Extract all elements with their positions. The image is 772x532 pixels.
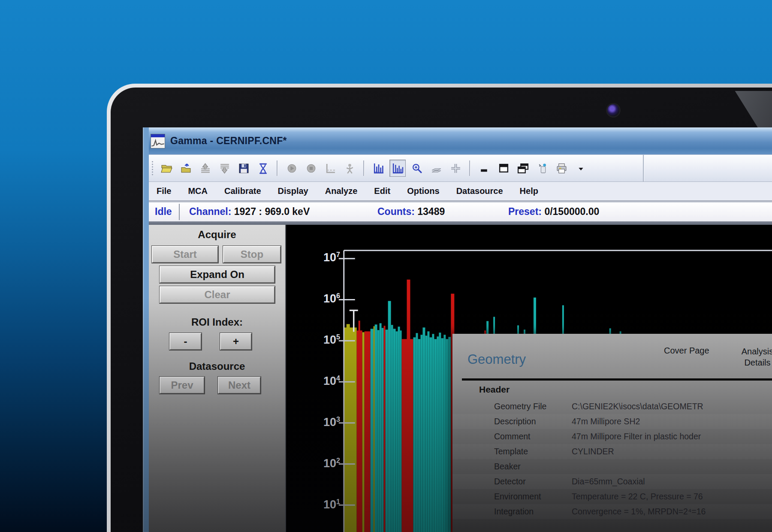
toolbar-grip[interactable]	[151, 160, 154, 176]
open-datasource-icon[interactable]	[178, 160, 194, 177]
start-button[interactable]: Start	[152, 246, 218, 263]
tab-analysis-details[interactable]: Analysis Details	[733, 346, 772, 368]
menu-item-options[interactable]: Options	[407, 186, 440, 196]
counts-value: 13489	[417, 206, 445, 217]
expand-on-button[interactable]: Expand On	[160, 266, 275, 283]
y-axis-label-10e7: 107	[303, 251, 340, 264]
spectrum-bar	[380, 323, 382, 532]
spectrum-bar	[359, 320, 360, 532]
menu-item-display[interactable]: Display	[278, 186, 308, 196]
photo-stage: Gamma - CERNIPF.CNF* FileMCACalibrateDis…	[0, 0, 772, 532]
geometry-row: TemplateCYLINDER	[452, 444, 772, 459]
menu-item-analyze[interactable]: Analyze	[325, 186, 358, 196]
window-title: Gamma - CERNIPF.CNF*	[170, 135, 287, 147]
menu-item-datasource[interactable]: Datasource	[456, 186, 503, 196]
menu-item-edit[interactable]: Edit	[374, 186, 390, 196]
clear-button[interactable]: Clear	[160, 286, 275, 303]
geometry-row-value: C:\GENIE2K\isocs\data\GEOMETR	[572, 402, 703, 411]
save-icon[interactable]	[235, 160, 252, 177]
spectrum-bar	[432, 334, 434, 532]
acquire-state: Idle	[155, 206, 172, 218]
geometry-rule	[462, 378, 772, 381]
spectrum-full-icon[interactable]	[370, 160, 386, 177]
spectrum-bar	[437, 336, 439, 532]
clear-data-icon[interactable]	[322, 160, 338, 177]
roi-buttons-row: - +	[149, 333, 285, 350]
spectrum-bar	[413, 337, 416, 532]
geometry-row: Geometry FileC:\GENIE2K\isocs\data\GEOME…	[452, 399, 772, 414]
tab-cover-page[interactable]: Cover Page	[664, 346, 709, 356]
spectrum-bar	[371, 329, 374, 532]
spectrum-bar	[422, 327, 425, 532]
menu-item-help[interactable]: Help	[520, 186, 538, 196]
geometry-row-label: Description	[494, 417, 572, 426]
move-up-icon[interactable]	[197, 160, 213, 177]
spectrum-bar	[400, 330, 402, 532]
datasource-buttons-row: Prev Next	[149, 377, 285, 394]
sample-changer-icon[interactable]	[534, 160, 550, 177]
toolbar-band-edge	[643, 155, 644, 181]
roi-plus-button[interactable]: +	[220, 333, 252, 350]
spectrum-bar	[439, 332, 441, 532]
toolbar-separator	[469, 160, 470, 176]
spectrum-bar	[416, 333, 418, 532]
geometry-report-window[interactable]: Geometry Cover Page Analysis Details Hea…	[452, 334, 772, 532]
spectrum-bar	[448, 337, 451, 532]
content-top-strip	[149, 221, 772, 225]
geometry-section-header: Header	[479, 384, 510, 395]
y-axis-label-10e1: 101	[303, 498, 340, 511]
spectrum-bar	[347, 324, 350, 532]
app-icon-titlebar	[151, 134, 165, 137]
start-acquire-icon[interactable]	[283, 160, 300, 177]
stop-acquire-icon[interactable]	[303, 160, 319, 177]
datasource-heading: Datasource	[149, 360, 285, 372]
spectrum-bar	[377, 330, 380, 532]
spectrum-bar	[418, 339, 420, 532]
roi-minus-button[interactable]: -	[169, 333, 202, 350]
geometry-row: IntegrationConvergence = 1%, MRPDN=2⁴=16	[452, 504, 772, 519]
geometry-row: EnvironmentTemperature = 22 C, Pressure …	[452, 489, 772, 504]
overlay-sheets-icon[interactable]	[428, 160, 444, 177]
title-bar[interactable]: Gamma - CERNIPF.CNF*	[149, 127, 772, 154]
acquire-heading: Acquire	[149, 229, 285, 241]
geometry-row: Comment47m Millipore Filter in plastic h…	[452, 429, 772, 444]
open-file-icon[interactable]	[158, 160, 175, 177]
spectrum-bar	[441, 338, 443, 532]
spectrum-expand-icon[interactable]	[389, 160, 406, 177]
channel-label: Channel:	[189, 206, 231, 217]
move-down-icon[interactable]	[216, 160, 232, 177]
strip-icon[interactable]	[341, 160, 358, 177]
channel-value: 1927 : 969.0 keV	[234, 206, 310, 217]
menu-item-file[interactable]: File	[157, 186, 171, 196]
prev-datasource-button[interactable]: Prev	[160, 377, 205, 394]
spectrum-bar	[443, 335, 446, 532]
more-tools-icon[interactable]	[573, 160, 589, 177]
print-icon[interactable]	[553, 160, 570, 177]
stop-button[interactable]: Stop	[223, 246, 281, 263]
channel-field: Channel: 1927 : 969.0 keV	[189, 206, 310, 218]
menu-item-calibrate[interactable]: Calibrate	[224, 186, 261, 196]
app-icon	[151, 134, 165, 148]
spectrum-bar	[384, 326, 386, 532]
spectrum-bar	[407, 280, 410, 532]
cascade-windows-icon[interactable]	[515, 160, 531, 177]
acquire-panel: Acquire Start Stop Expand On Clear ROI I…	[149, 225, 286, 532]
spectrum-bar	[429, 337, 432, 532]
geometry-row-label: Template	[494, 447, 572, 456]
spectrum-bar	[434, 339, 437, 532]
geometry-row: Beaker	[452, 459, 772, 474]
spectrum-bar	[420, 335, 422, 532]
geometry-row-value: Dia=65mm_Coaxial	[572, 477, 645, 487]
crosshair-icon[interactable]	[447, 160, 464, 177]
acquire-setup-icon[interactable]	[255, 160, 271, 177]
preset-value: 0/150000.00	[544, 206, 599, 217]
zoom-in-icon[interactable]	[409, 160, 425, 177]
minimize-view-icon[interactable]	[476, 160, 492, 177]
menu-item-mca[interactable]: MCA	[188, 186, 208, 196]
y-axis-label-10e3: 103	[303, 416, 340, 429]
restore-view-icon[interactable]	[495, 160, 512, 177]
y-axis-label-10e2: 102	[303, 457, 340, 470]
roi-index-heading: ROI Index:	[149, 316, 285, 328]
next-datasource-button[interactable]: Next	[218, 377, 261, 394]
geometry-row-value: CYLINDER	[572, 447, 614, 456]
